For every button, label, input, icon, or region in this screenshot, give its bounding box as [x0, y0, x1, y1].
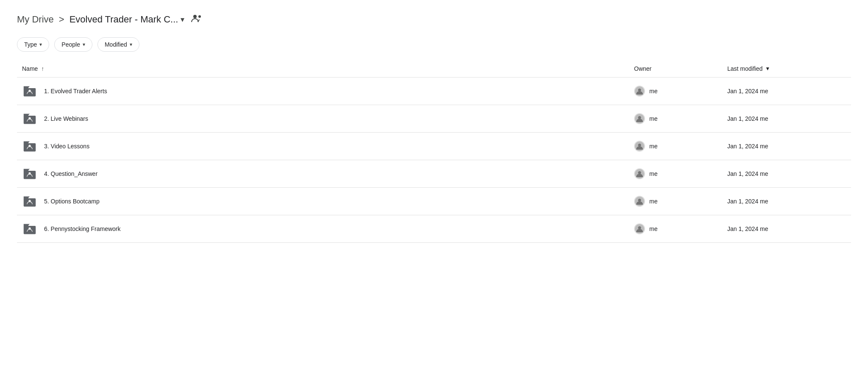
header-owner: Owner	[634, 65, 727, 72]
header-name[interactable]: Name ↑	[22, 65, 634, 72]
modified-cell: Jan 1, 2024 me	[727, 225, 846, 232]
filter-type-button[interactable]: Type ▾	[17, 37, 49, 52]
modified-cell: Jan 1, 2024 me	[727, 88, 846, 95]
filter-modified-label: Modified	[105, 41, 127, 48]
filter-bar: Type ▾ People ▾ Modified ▾	[17, 37, 851, 52]
table-header: Name ↑ Owner Last modified ▼	[17, 65, 851, 78]
header-modified-label: Last modified	[727, 65, 762, 72]
owner-cell: me	[634, 168, 727, 179]
name-sort-icon: ↑	[41, 65, 44, 72]
filter-modified-chevron-icon: ▾	[130, 42, 132, 47]
breadcrumb-folder-name: Evolved Trader - Mark C...	[70, 14, 178, 25]
owner-name: me	[649, 143, 657, 150]
file-name-text: 4. Question_Answer	[44, 170, 97, 177]
table-row[interactable]: 2. Live Webinars me Jan 1, 2024 me	[17, 105, 851, 133]
breadcrumb-chevron-icon: ▾	[181, 15, 184, 24]
svg-point-1	[198, 15, 201, 18]
table-row[interactable]: 3. Video Lessons me Jan 1, 2024 me	[17, 133, 851, 160]
svg-point-13	[638, 144, 641, 147]
file-name-cell: 6. Pennystocking Framework	[22, 221, 634, 236]
folder-icon	[22, 221, 37, 236]
owner-cell: me	[634, 113, 727, 124]
breadcrumb: My Drive > Evolved Trader - Mark C... ▾	[17, 14, 851, 25]
modified-sort-icon: ▼	[765, 66, 770, 72]
svg-rect-2	[24, 88, 36, 97]
filter-people-chevron-icon: ▾	[83, 42, 85, 47]
file-name-cell: 5. Options Bootcamp	[22, 194, 634, 209]
owner-cell: me	[634, 223, 727, 234]
file-name-cell: 4. Question_Answer	[22, 166, 634, 181]
table-row[interactable]: 1. Evolved Trader Alerts me Jan 1, 2024 …	[17, 78, 851, 105]
filter-people-label: People	[61, 41, 80, 48]
filter-type-chevron-icon: ▾	[39, 42, 42, 47]
folder-icon	[22, 166, 37, 181]
owner-name: me	[649, 170, 657, 177]
modified-cell: Jan 1, 2024 me	[727, 115, 846, 122]
main-container: My Drive > Evolved Trader - Mark C... ▾ …	[0, 0, 868, 392]
svg-rect-10	[24, 143, 36, 152]
table-row[interactable]: 5. Options Bootcamp me Jan 1, 2024 me	[17, 188, 851, 215]
folder-icon	[22, 111, 37, 126]
svg-rect-22	[24, 226, 36, 234]
modified-cell: Jan 1, 2024 me	[727, 170, 846, 177]
svg-point-21	[638, 199, 641, 202]
file-name-text: 2. Live Webinars	[44, 115, 88, 122]
breadcrumb-separator: >	[59, 14, 64, 25]
breadcrumb-my-drive[interactable]: My Drive	[17, 14, 54, 25]
avatar	[634, 223, 645, 234]
owner-cell: me	[634, 196, 727, 207]
file-name-text: 6. Pennystocking Framework	[44, 225, 121, 232]
svg-point-17	[638, 171, 641, 174]
avatar	[634, 86, 645, 97]
file-name-text: 3. Video Lessons	[44, 143, 89, 150]
owner-cell: me	[634, 86, 727, 97]
svg-point-0	[193, 15, 197, 18]
file-name-cell: 1. Evolved Trader Alerts	[22, 83, 634, 99]
file-name-cell: 3. Video Lessons	[22, 139, 634, 154]
header-name-label: Name	[22, 65, 38, 72]
share-people-icon[interactable]	[191, 14, 202, 25]
folder-icon	[22, 194, 37, 209]
svg-point-9	[638, 116, 641, 119]
folder-icon	[22, 83, 37, 99]
svg-point-5	[638, 89, 641, 92]
avatar	[634, 168, 645, 179]
owner-name: me	[649, 88, 657, 95]
modified-cell: Jan 1, 2024 me	[727, 143, 846, 150]
table-row[interactable]: 4. Question_Answer me Jan 1, 2024 me	[17, 160, 851, 188]
svg-rect-14	[24, 171, 36, 179]
folder-icon	[22, 139, 37, 154]
filter-modified-button[interactable]: Modified ▾	[97, 37, 139, 52]
owner-name: me	[649, 198, 657, 205]
avatar	[634, 141, 645, 152]
svg-point-25	[638, 226, 641, 229]
breadcrumb-current-folder[interactable]: Evolved Trader - Mark C... ▾	[70, 14, 185, 25]
owner-name: me	[649, 225, 657, 232]
table-row[interactable]: 6. Pennystocking Framework me Jan 1, 202…	[17, 215, 851, 243]
filter-people-button[interactable]: People ▾	[54, 37, 92, 52]
file-name-text: 1. Evolved Trader Alerts	[44, 88, 107, 95]
avatar	[634, 196, 645, 207]
filter-type-label: Type	[24, 41, 37, 48]
owner-name: me	[649, 115, 657, 122]
svg-rect-18	[24, 198, 36, 207]
header-last-modified[interactable]: Last modified ▼	[727, 65, 846, 72]
avatar	[634, 113, 645, 124]
file-name-text: 5. Options Bootcamp	[44, 198, 100, 205]
file-list: 1. Evolved Trader Alerts me Jan 1, 2024 …	[17, 78, 851, 243]
svg-rect-6	[24, 116, 36, 124]
modified-cell: Jan 1, 2024 me	[727, 198, 846, 205]
owner-cell: me	[634, 141, 727, 152]
file-name-cell: 2. Live Webinars	[22, 111, 634, 126]
